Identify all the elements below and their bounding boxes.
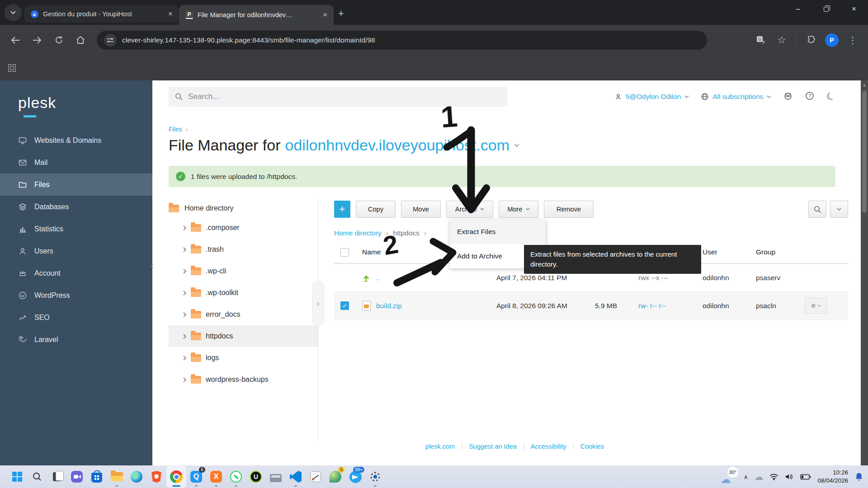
menu-item-extract-files[interactable]: Extract Files [450, 220, 546, 244]
footer-link-plesk[interactable]: plesk.com [419, 443, 462, 450]
sidebar-item-seo[interactable]: SEO [0, 306, 152, 328]
select-all-checkbox[interactable] [340, 248, 349, 257]
onedrive-icon[interactable]: ☁ [754, 471, 763, 482]
settings-button[interactable] [365, 466, 385, 488]
tree-item-trash[interactable]: .trash [169, 239, 318, 260]
sidebar-item-files[interactable]: Files [0, 174, 152, 196]
footer-link-cookies[interactable]: Cookies [573, 443, 611, 450]
help-icon[interactable]: ? [805, 91, 815, 103]
search-input[interactable] [188, 92, 501, 101]
sidebar-item-wordpress[interactable]: W WordPress [0, 284, 152, 306]
close-button[interactable]: × [840, 0, 868, 18]
copy-button[interactable]: Copy [356, 201, 396, 218]
wifi-icon[interactable] [769, 473, 778, 480]
minimize-button[interactable]: – [784, 0, 812, 18]
add-button[interactable]: + [334, 201, 350, 218]
tree-item-error-docs[interactable]: error_docs [169, 304, 318, 325]
battery-icon[interactable] [800, 474, 811, 480]
filter-search-button[interactable] [808, 201, 826, 218]
tree-item-wordpress-backups[interactable]: wordpress-backups [169, 369, 318, 390]
row-checkbox[interactable]: ✓ [340, 301, 349, 310]
clock[interactable]: 10:26 08/04/2026 [817, 469, 848, 484]
breadcrumb-files-link[interactable]: Files [169, 126, 182, 133]
footer-link-idea[interactable]: Suggest an Idea [462, 443, 524, 450]
row-menu-button[interactable]: ≡ [805, 298, 827, 314]
tree-item-wp-toolkit[interactable]: .wp-toolkit [169, 282, 318, 304]
sidebar-item-statistics[interactable]: Statistics [0, 218, 152, 240]
remote-app-button[interactable] [266, 466, 286, 488]
back-button[interactable] [6, 31, 24, 49]
restore-button[interactable] [812, 0, 840, 18]
path-home-link[interactable]: Home directory [334, 229, 382, 237]
chevron-right-icon[interactable] [183, 356, 186, 361]
translate-icon[interactable]: G [752, 31, 770, 49]
site-info-icon[interactable] [104, 34, 117, 47]
bookmark-star-icon[interactable]: ☆ [773, 31, 791, 49]
store-button[interactable] [87, 466, 107, 488]
notification-bell-icon[interactable] [854, 472, 863, 482]
file-link[interactable]: build.zip [362, 301, 496, 311]
snipping-tool-button[interactable] [306, 466, 326, 488]
weather-widget[interactable]: 30° ☁ [720, 468, 737, 486]
taskbar-search-button[interactable] [27, 466, 47, 488]
global-search[interactable] [169, 87, 508, 107]
whatsapp-button[interactable] [226, 466, 246, 488]
new-tab-button[interactable]: + [338, 8, 344, 19]
more-button[interactable]: More [499, 201, 538, 218]
chevron-right-icon[interactable] [183, 312, 186, 317]
forward-button[interactable] [28, 31, 46, 49]
tab-search-button[interactable] [5, 4, 22, 21]
footer-link-accessibility[interactable]: Accessibility [524, 443, 573, 450]
brave-button[interactable] [146, 466, 166, 488]
browser-tab-file-manager[interactable]: P File Manager for odilonhnvdev… × [179, 5, 334, 25]
sidebar-item-users[interactable]: Users [0, 240, 152, 262]
tree-collapse-handle[interactable]: ‹ [312, 281, 324, 326]
file-explorer-button[interactable] [107, 466, 127, 488]
archive-button[interactable]: Archive [446, 201, 493, 218]
subscription-selector[interactable]: All subscriptions [701, 93, 771, 101]
toolbar-options-button[interactable] [830, 201, 848, 218]
row-permissions-link[interactable]: rw- r-- r-- [638, 302, 703, 310]
apps-grid-icon[interactable] [8, 64, 16, 72]
assistant-owl-icon[interactable] [783, 91, 793, 103]
tree-root-home[interactable]: Home directory [169, 200, 318, 217]
sidebar-item-mail[interactable]: Mail [0, 151, 152, 174]
browser-tab-youpihost[interactable]: Gestion du produit - YoupiHost × [24, 5, 179, 23]
address-bar[interactable]: clever-shirley.147-135-138-90.plesk.page… [97, 31, 707, 50]
q-app-button[interactable]: Q6 [186, 466, 206, 488]
browser-menu-icon[interactable]: ⋮ [844, 31, 862, 49]
sidebar-item-account[interactable]: Account [0, 262, 152, 284]
tray-expand-icon[interactable]: ∧ [744, 474, 748, 480]
tab-close-icon[interactable]: × [321, 10, 329, 19]
vscode-button[interactable] [286, 466, 306, 488]
task-view-button[interactable] [47, 466, 67, 488]
chevron-right-icon[interactable] [183, 247, 186, 252]
chevron-right-icon[interactable] [183, 291, 186, 296]
scroll-up-icon[interactable]: ▲ [863, 83, 867, 87]
chevron-right-icon[interactable] [183, 377, 186, 382]
xampp-button[interactable]: X [206, 466, 226, 488]
parent-dir-link[interactable]: .. [362, 273, 496, 282]
tree-item-logs[interactable]: logs [169, 347, 318, 369]
edge-button[interactable] [127, 466, 146, 488]
user-menu[interactable]: 5@Odylon Odilon [614, 93, 689, 101]
tree-item-composer[interactable]: .composer [169, 217, 318, 239]
remove-button[interactable]: Remove [544, 201, 594, 218]
sidebar-item-laravel[interactable]: Laravel [0, 328, 152, 351]
tree-item-httpdocs[interactable]: httpdocs [169, 325, 318, 347]
volume-icon[interactable] [785, 473, 794, 480]
profile-avatar[interactable]: P [823, 31, 841, 49]
utorrent-button[interactable]: U [246, 466, 266, 488]
sidebar-item-websites-domains[interactable]: Websites & Domains [0, 129, 152, 151]
sidebar-item-databases[interactable]: Databases [0, 196, 152, 218]
reload-button[interactable] [50, 31, 68, 49]
tree-item-wp-cli[interactable]: .wp-cli [169, 260, 318, 282]
extensions-icon[interactable] [802, 31, 820, 49]
dark-mode-icon[interactable]: ☾ [825, 89, 838, 104]
workbench-button[interactable]: 5 [326, 466, 345, 488]
move-button[interactable]: Move [401, 201, 441, 218]
tab-close-icon[interactable]: × [166, 9, 175, 19]
home-button[interactable] [71, 31, 90, 49]
messenger-button[interactable]: 99+ [345, 466, 365, 488]
chrome-button[interactable] [166, 466, 186, 488]
